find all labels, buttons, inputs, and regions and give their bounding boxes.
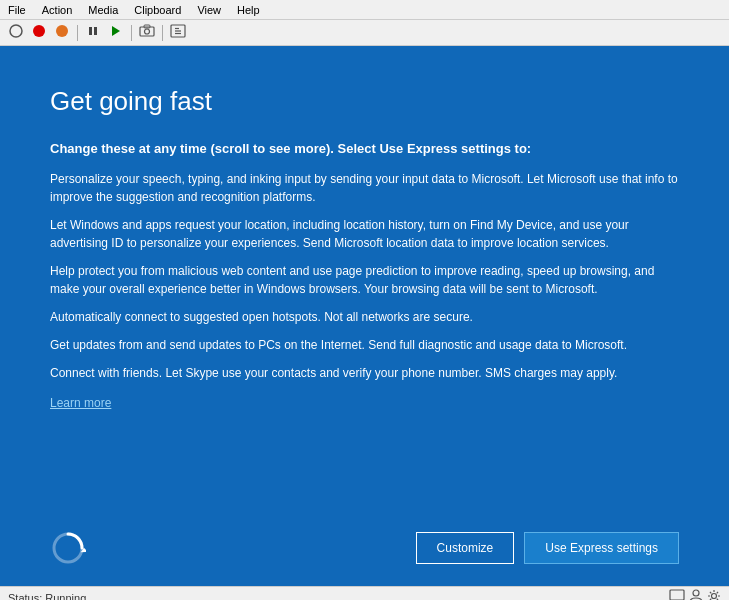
svg-rect-4 — [94, 27, 97, 35]
statusbar-right — [669, 589, 721, 600]
main-content: Get going fast Change these at any time … — [0, 46, 729, 586]
toolbar-info-btn[interactable] — [168, 23, 188, 43]
menubar: File Action Media Clipboard View Help — [0, 0, 729, 20]
stop-icon — [32, 24, 46, 41]
paragraph-5: Get updates from and send updates to PCs… — [50, 336, 679, 354]
windows-loading-icon — [50, 530, 86, 566]
toolbar-separator-1 — [77, 25, 78, 41]
toolbar-separator-2 — [131, 25, 132, 41]
toolbar-snapshot-btn[interactable] — [137, 23, 157, 43]
pause-icon — [86, 24, 100, 41]
user-icon — [689, 589, 703, 600]
toolbar-separator-3 — [162, 25, 163, 41]
toolbar — [0, 20, 729, 46]
monitor-icon — [669, 589, 685, 600]
svg-point-19 — [712, 594, 717, 599]
button-group: Customize Use Express settings — [416, 532, 679, 564]
paragraph-6: Connect with friends. Let Skype use your… — [50, 364, 679, 382]
settings-icon — [707, 589, 721, 600]
menu-action[interactable]: Action — [38, 2, 77, 18]
svg-point-7 — [145, 29, 150, 34]
paragraph-1: Personalize your speech, typing, and ink… — [50, 170, 679, 206]
toolbar-record-btn[interactable] — [6, 23, 26, 43]
svg-point-0 — [10, 25, 22, 37]
svg-marker-5 — [112, 26, 120, 36]
svg-rect-15 — [670, 590, 684, 600]
toolbar-orange-btn[interactable] — [52, 23, 72, 43]
statusbar: Status: Running — [0, 586, 729, 600]
status-value: Running — [45, 592, 86, 601]
menu-media[interactable]: Media — [84, 2, 122, 18]
svg-point-2 — [56, 25, 68, 37]
toolbar-play-btn[interactable] — [106, 23, 126, 43]
status-text: Status: Running — [8, 592, 86, 601]
learn-more-link[interactable]: Learn more — [50, 396, 111, 410]
status-label: Status: — [8, 592, 45, 601]
snapshot-icon — [139, 24, 155, 41]
content-top: Get going fast Change these at any time … — [50, 86, 679, 520]
play-icon — [109, 24, 123, 41]
menu-view[interactable]: View — [193, 2, 225, 18]
menu-file[interactable]: File — [4, 2, 30, 18]
svg-rect-3 — [89, 27, 92, 35]
page-subtitle: Change these at any time (scroll to see … — [50, 141, 679, 156]
menu-help[interactable]: Help — [233, 2, 264, 18]
orange-icon — [55, 24, 69, 41]
toolbar-stop-btn[interactable] — [29, 23, 49, 43]
record-icon — [9, 24, 23, 41]
page-title: Get going fast — [50, 86, 679, 117]
paragraph-4: Automatically connect to suggested open … — [50, 308, 679, 326]
paragraph-2: Let Windows and apps request your locati… — [50, 216, 679, 252]
content-bottom: Customize Use Express settings — [50, 520, 679, 566]
svg-point-18 — [693, 590, 699, 596]
toolbar-pause-btn[interactable] — [83, 23, 103, 43]
paragraph-3: Help protect you from malicious web cont… — [50, 262, 679, 298]
info-icon — [170, 24, 186, 41]
customize-button[interactable]: Customize — [416, 532, 515, 564]
menu-clipboard[interactable]: Clipboard — [130, 2, 185, 18]
use-express-settings-button[interactable]: Use Express settings — [524, 532, 679, 564]
svg-point-1 — [33, 25, 45, 37]
